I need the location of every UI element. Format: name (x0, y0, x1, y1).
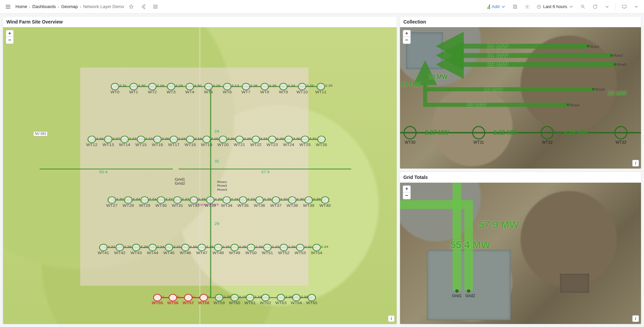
zoom-in-button[interactable]: + (6, 30, 13, 37)
turbine-wt16[interactable]: 2.26WT16 (152, 136, 169, 147)
turbine-wt48[interactable]: 2.25WT48 (212, 244, 230, 255)
zoom-out-button[interactable]: − (403, 192, 410, 199)
turbine-wt7[interactable]: 2.26WT7 (242, 83, 258, 94)
menu-toggle-button[interactable] (3, 1, 13, 12)
svg-text:WT30: WT30 (155, 203, 167, 207)
turbine-wt57[interactable]: 0WT57 (183, 294, 195, 305)
map-overview[interactable]: NV 893 + − i 55.4 57.9 (3, 27, 397, 324)
turbine-wt13[interactable]: 2.27WT13 (103, 136, 120, 147)
zoom-in-button[interactable]: + (403, 30, 410, 37)
turbine-wt59[interactable]: 2.25WT59 (213, 294, 231, 305)
turbine-wt33[interactable]: 2.20WT33 (205, 197, 222, 207)
turbine-wt58[interactable]: 0WT58 (198, 294, 210, 305)
turbine-wt28[interactable]: 2.24WT28 (122, 197, 140, 207)
tv-mode-button[interactable] (619, 2, 629, 12)
svg-text:13 MW: 13 MW (484, 86, 503, 93)
turbine-wt12[interactable]: 2.24WT12 (86, 136, 104, 147)
turbine-wt52[interactable]: 2.29WT52 (278, 244, 296, 255)
favorite-button[interactable] (126, 2, 136, 12)
turbine-wt46[interactable]: 2.25WT46 (180, 244, 197, 255)
turbine-wt36[interactable]: 2.25WT36 (254, 197, 271, 207)
turbine-wt60[interactable]: 2.15WT60 (229, 294, 246, 305)
refresh-interval-button[interactable] (602, 2, 612, 12)
turbine-wt20[interactable]: 2.29WT20 (217, 136, 235, 147)
svg-point-209 (262, 294, 269, 301)
zoom-out-button[interactable] (578, 2, 588, 12)
turbine-wt39[interactable]: 2.28WT39 (303, 197, 320, 207)
svg-text:2.15: 2.15 (211, 136, 218, 140)
turbine-wt43[interactable]: 2.29WT43 (131, 244, 148, 255)
panel-title[interactable]: Grid Totals (400, 172, 641, 183)
turbine-wt18[interactable]: 2.16WT18 (185, 136, 202, 147)
apps-button[interactable] (150, 2, 160, 12)
turbine-wt26[interactable]: WT26 (316, 136, 327, 147)
turbine-wt40[interactable]: WT40 (319, 197, 331, 207)
turbine-wt0[interactable]: 2.31WT0 (110, 83, 127, 94)
turbine-wt21[interactable]: 2.25WT21 (234, 136, 251, 147)
turbine-wt31[interactable]: 2.22WT31 (172, 197, 189, 207)
panel-title[interactable]: Collection (400, 16, 641, 27)
turbine-wt3[interactable]: 2.29WT3 (166, 83, 183, 94)
chevron-right-icon: › (58, 5, 59, 9)
add-panel-button[interactable]: Add (485, 2, 508, 12)
turbine-wt63[interactable]: 2.26WT63 (275, 294, 293, 305)
turbine-wt53[interactable]: 2.21WT53 (295, 244, 312, 255)
turbine-wt50[interactable]: 2.28WT50 (245, 244, 263, 255)
zoom-out-button[interactable]: − (403, 37, 410, 44)
turbine-wt25[interactable]: 2.31WT25 (299, 136, 317, 147)
turbine-wt34[interactable]: 2.24WT34 (221, 197, 239, 207)
turbine-wt15[interactable]: 2.23WT15 (135, 136, 153, 147)
settings-button[interactable] (522, 2, 532, 12)
turbine-wt22[interactable]: 2.23WT22 (250, 136, 267, 147)
time-range-picker[interactable]: Last 6 hours (534, 2, 576, 12)
save-button[interactable] (510, 2, 520, 12)
turbine-wt8[interactable]: 2.28WT8 (260, 83, 276, 94)
turbine-wt37[interactable]: 2.20WT37 (270, 197, 288, 207)
turbine-wt38[interactable]: 2.30WT38 (287, 197, 304, 207)
turbine-wt9[interactable]: 2.24WT9 (279, 83, 295, 94)
turbine-wt30[interactable]: 2.27WT30 (155, 197, 173, 207)
attribution-button[interactable]: i (632, 315, 639, 322)
turbine-wt54[interactable]: 2.24WT54 (311, 244, 329, 255)
turbine-wt27[interactable]: 2.20WT27 (106, 197, 123, 207)
turbine-wt29[interactable]: 2.24WT29 (139, 197, 156, 207)
turbine-wt17[interactable]: 2.23WT17 (168, 136, 186, 147)
turbine-wt61[interactable]: 2.19WT61 (244, 294, 262, 305)
turbine-wt2[interactable]: 2.18WT2 (148, 83, 164, 94)
turbine-wt56[interactable]: 0WT56 (167, 294, 179, 305)
turbine-wt64[interactable]: 2.29WT64 (291, 294, 308, 305)
turbine-wt4[interactable]: 2.30WT4 (185, 83, 201, 94)
turbine-wt14[interactable]: 2.22WT14 (119, 136, 136, 147)
turbine-wt51[interactable]: 2.23WT51 (262, 244, 279, 255)
zoom-in-button[interactable]: + (403, 186, 410, 192)
attribution-button[interactable]: i (632, 160, 639, 167)
breadcrumb-dashboards[interactable]: Dashboards (32, 4, 56, 9)
zoom-out-button[interactable]: − (6, 37, 13, 44)
turbine-wt45[interactable]: 2.23WT45 (163, 244, 181, 255)
share-button[interactable] (138, 2, 148, 12)
more-button[interactable] (631, 2, 641, 12)
breadcrumb-geomap[interactable]: Geomap (61, 4, 78, 9)
turbine-wt44[interactable]: 2.24WT44 (147, 244, 164, 255)
turbine-wt35[interactable]: 2.23WT35 (237, 197, 255, 207)
svg-text:Row1: Row1 (590, 44, 599, 48)
turbine-wt10[interactable]: 2.22WT10 (296, 83, 314, 94)
svg-text:WT38: WT38 (287, 203, 298, 207)
turbine-wt23[interactable]: 2.29WT23 (266, 136, 284, 147)
turbine-wt19[interactable]: 2.15WT19 (201, 136, 218, 147)
turbine-wt41[interactable]: 2.22WT41 (98, 244, 115, 255)
turbine-wt1[interactable]: 2.20WT1 (129, 83, 145, 94)
turbine-wt6[interactable]: 2.13WT6 (223, 83, 239, 94)
panel-title[interactable]: Wind Farm Site Overview (3, 16, 397, 27)
turbine-wt49[interactable]: 2.26WT49 (229, 244, 246, 255)
turbine-wt55[interactable]: 0WT55 (152, 294, 164, 305)
turbine-wt11[interactable]: 2.25WT11 (315, 83, 333, 94)
refresh-button[interactable] (590, 2, 600, 12)
breadcrumb-home[interactable]: Home (15, 4, 27, 9)
map-grid-totals[interactable]: + − i 57.9 MW 55.4 MW Grid1 Grid2 (400, 183, 641, 324)
attribution-button[interactable]: i (388, 315, 395, 322)
map-collection[interactable]: + − i 24 MW Row1 31 MW Row2 (400, 27, 641, 169)
turbine-wt42[interactable]: 2.26WT42 (114, 244, 132, 255)
turbine-wt24[interactable]: 2.30WT24 (283, 136, 300, 147)
turbine-wt5[interactable]: 2.16WT5 (204, 83, 220, 94)
